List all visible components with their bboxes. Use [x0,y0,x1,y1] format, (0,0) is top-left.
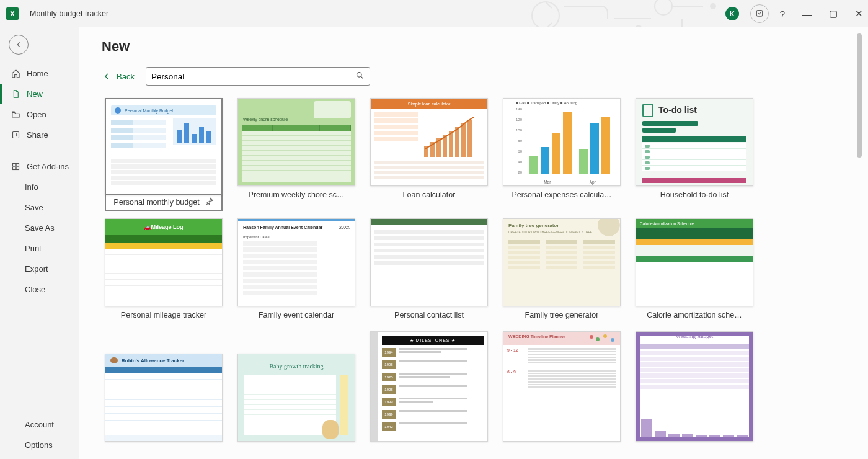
template-label: Household to-do list [660,190,728,199]
maximize-button[interactable]: ▢ [829,8,838,19]
template-thumbnail: To-do list [636,98,753,186]
sidebar-item-label: Share [27,130,48,140]
svg-point-1 [655,0,672,15]
search-input[interactable] [151,72,355,81]
template-label: Calorie amortization sche… [647,311,742,319]
sidebar-item-label: New [27,89,43,99]
sidebar-item-new[interactable]: New [0,84,79,104]
sidebar-item-account[interactable]: Account [0,414,79,435]
template-thumbnail [370,218,488,306]
page-title: New [102,38,851,55]
svg-point-13 [603,334,607,338]
template-label: Personal mileage tracker [121,311,206,319]
template-thumbnail: Robin's Allowance Tracker [105,354,223,442]
sidebar-item-close[interactable]: Close [0,279,79,300]
svg-rect-8 [12,167,15,169]
template-thumbnail: Baby growth tracking [237,354,355,442]
svg-point-0 [532,2,559,29]
share-icon [11,130,20,140]
title-bar: X Monthly budget tracker K ? — ▢ ✕ [0,0,868,27]
document-title: Monthly budget tracker [30,9,108,18]
template-personal-expenses-calculator[interactable]: ■ Gas ■ Transport ■ Utility ■ Housing 14… [500,98,624,211]
template-wedding-budget[interactable]: Wedding Budget [632,331,756,459]
sidebar-item-open[interactable]: Open [0,104,79,125]
new-icon [11,89,20,99]
backstage-sidebar: Home New Open Share Get Add-ins Info Sav… [0,27,79,459]
sidebar-item-addins[interactable]: Get Add-ins [0,156,79,177]
template-label: Loan calculator [403,190,456,199]
template-calorie-amortization-schedule[interactable]: Calorie Amortization Schedule Calorie am… [632,218,756,324]
back-link[interactable]: Back [102,71,135,81]
search-icon[interactable] [355,71,365,82]
sidebar-item-save[interactable]: Save [0,197,79,218]
excel-app-icon: X [6,7,19,20]
sidebar-item-export[interactable]: Export [0,259,79,279]
template-thumbnail: ★ MILESTONES ★ 1994 1998 1920 1928 1939 … [370,331,488,442]
open-icon [11,110,20,119]
svg-point-12 [596,337,600,341]
svg-rect-6 [12,164,15,166]
template-thumbnail: Simple loan calculator [370,98,488,186]
svg-point-14 [611,338,614,342]
scrollbar-thumb[interactable] [857,33,862,158]
template-milestones[interactable]: ★ MILESTONES ★ 1994 1998 1920 1928 1939 … [367,331,491,459]
template-thumbnail [105,98,223,195]
template-thumbnail: ■ Gas ■ Transport ■ Utility ■ Housing 14… [503,98,621,186]
svg-rect-7 [16,164,19,166]
home-icon [11,69,20,78]
template-label: Family event calendar [259,311,334,319]
template-personal-mileage-tracker[interactable]: 🚗 Mileage Log Personal mileage tracker [102,218,226,324]
svg-point-10 [356,72,361,77]
template-baby-growth-tracking[interactable]: Baby growth tracking [234,354,358,459]
sidebar-item-options[interactable]: Options [0,435,79,455]
template-label: Personal contact list [394,311,464,319]
minimize-button[interactable]: — [802,9,812,19]
template-thumbnail: Family tree generator CREATE YOUR OWN TH… [503,218,621,306]
template-family-event-calendar[interactable]: Hanson Family Annual Event Calendar 20XX… [234,218,358,324]
template-label: Family tree generator [525,311,599,319]
close-button[interactable]: ✕ [855,8,863,19]
template-family-tree-generator[interactable]: Family tree generator CREATE YOUR OWN TH… [500,218,624,324]
template-thumbnail: Weekly chore schedule [237,98,355,186]
template-loan-calculator[interactable]: Simple loan calculator [367,98,491,211]
template-label: Premium weekly chore sc… [249,190,345,199]
sidebar-item-print[interactable]: Print [0,238,79,259]
template-label: Personal monthly budget [113,198,199,207]
pin-icon[interactable] [205,197,214,208]
svg-rect-9 [16,167,19,169]
template-personal-monthly-budget[interactable]: Personal monthly budget [102,98,226,211]
template-household-todo-list[interactable]: To-do list Household to-do list [632,98,756,211]
user-avatar[interactable]: K [725,7,739,20]
template-thumbnail: Hanson Family Annual Event Calendar 20XX… [237,218,355,306]
template-search-box[interactable] [146,67,370,86]
vertical-scrollbar[interactable] [854,33,864,455]
template-weekly-chore-schedule[interactable]: Weekly chore schedule Premium weekly cho… [234,98,358,211]
addins-icon [11,162,20,171]
back-link-label: Back [117,72,135,81]
help-button[interactable]: ? [780,9,785,19]
template-thumbnail: 🚗 Mileage Log [105,218,223,306]
template-personal-contact-list[interactable]: Personal contact list [367,218,491,324]
back-circle-button[interactable] [9,35,29,55]
sidebar-item-home[interactable]: Home [0,63,79,84]
sidebar-item-label: Home [27,69,48,78]
coming-soon-icon[interactable] [750,4,769,23]
sidebar-item-share[interactable]: Share [0,125,79,145]
template-wedding-timeline-planner[interactable]: WEDDING Timeline Planner 9 - 12 6 - 9 [500,331,624,459]
sidebar-item-save-as[interactable]: Save As [0,218,79,238]
template-thumbnail: Wedding Budget [636,331,753,442]
sidebar-item-label: Get Add-ins [27,162,69,171]
template-thumbnail: Calorie Amortization Schedule [636,218,753,306]
sidebar-item-info[interactable]: Info [0,177,79,197]
template-thumbnail: WEDDING Timeline Planner 9 - 12 6 - 9 [503,331,621,442]
template-gallery: Personal monthly budget Weekly chore sch… [102,98,808,459]
template-label: Personal expenses calcula… [512,190,611,199]
svg-point-2 [711,4,715,9]
svg-point-11 [590,335,593,339]
template-allowance-tracker[interactable]: Robin's Allowance Tracker [102,354,226,459]
main-content: New Back [79,27,868,459]
sidebar-item-label: Open [27,110,46,119]
